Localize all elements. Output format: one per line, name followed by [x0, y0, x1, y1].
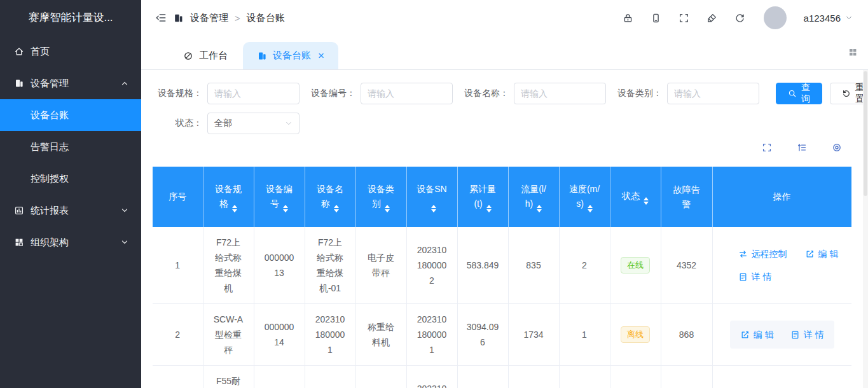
filter-label: 设备编号： — [308, 88, 355, 99]
column-header-status[interactable]: 状态 — [610, 167, 661, 227]
sidebar-subitem-control-auth[interactable]: 控制授权 — [0, 163, 141, 195]
action-edit[interactable]: 编 辑 — [740, 327, 774, 342]
sort-icon[interactable] — [588, 205, 593, 212]
top-header: 设备管理 > 设备台账 a123456 — [141, 0, 868, 36]
cell-ops: 编 辑详 情 — [712, 304, 851, 366]
cell-ops — [712, 366, 851, 388]
cell-flow: 1734 — [508, 304, 559, 366]
action-remote-control[interactable]: 远程控制 — [738, 246, 787, 261]
cell-spec: SCW-A型检重秤 — [203, 304, 254, 366]
cell-spec: F55耐压式称重给煤机 — [203, 366, 254, 388]
filter-input-name[interactable] — [514, 83, 606, 104]
theme-icon[interactable] — [706, 13, 717, 24]
header-icon-group — [623, 13, 745, 24]
cell-sn: 2023101800001 — [406, 304, 457, 366]
sidebar-item-home[interactable]: 首页 — [0, 36, 141, 67]
cell-speed — [559, 366, 610, 388]
chevron-down-icon — [120, 205, 130, 216]
sort-icon[interactable] — [334, 205, 339, 212]
column-header-flow[interactable]: 流量(l/h) — [508, 167, 559, 227]
search-button[interactable]: 查 询 — [776, 83, 822, 104]
filter-input-spec[interactable] — [207, 83, 300, 104]
reset-button[interactable]: 重 置 — [830, 83, 868, 104]
sort-icon[interactable] — [385, 205, 390, 212]
table-row: 2SCW-A型检重秤000000142023101800001称重给料机2023… — [153, 304, 851, 366]
mobile-icon[interactable] — [651, 13, 661, 24]
org-icon — [14, 237, 24, 247]
cell-alarm: 868 — [661, 304, 712, 366]
filter-spec: 设备规格： — [155, 83, 300, 104]
app-title: 赛摩智能计量设... — [0, 0, 141, 36]
grid-icon[interactable] — [848, 47, 858, 57]
sort-icon[interactable] — [283, 205, 288, 212]
sidebar-item-org-structure[interactable]: 组织架构 — [0, 226, 141, 258]
column-label: 设备类别 — [368, 184, 394, 209]
column-header-code[interactable]: 设备编号 — [254, 167, 305, 227]
filter-name: 设备名称： — [462, 83, 606, 104]
cell-code: 00000014 — [254, 304, 305, 366]
filter-label: 设备类别： — [615, 88, 662, 99]
cell-alarm: 4352 — [661, 227, 712, 304]
building-icon — [14, 78, 24, 88]
building-icon — [173, 13, 184, 24]
avatar[interactable] — [764, 6, 787, 29]
sidebar-subitem-alarm-log[interactable]: 告警日志 — [0, 131, 141, 163]
action-detail[interactable]: 详 情 — [738, 269, 772, 284]
column-header-spec[interactable]: 设备规格 — [203, 167, 254, 227]
cell-total: 5048.6 — [457, 366, 508, 388]
tab-label: 设备台账 — [273, 50, 311, 62]
caret-down-icon — [285, 120, 293, 127]
filter-category: 设备类别： — [615, 83, 759, 104]
sort-icon[interactable] — [644, 197, 649, 205]
status-select[interactable]: 全部 — [207, 113, 300, 134]
sort-icon[interactable] — [431, 205, 436, 212]
tabs: 工作台设备台账× — [169, 42, 338, 69]
cell-name: 2023101800001 — [305, 304, 355, 366]
tab-device-ledger[interactable]: 设备台账× — [243, 42, 338, 69]
refresh-icon[interactable] — [734, 13, 745, 24]
sort-icon[interactable] — [232, 205, 237, 212]
filter-code: 设备编号： — [308, 83, 453, 104]
column-header-sn[interactable]: 设备SN — [406, 167, 457, 227]
table-fullscreen-icon[interactable] — [762, 142, 772, 153]
sort-icon[interactable] — [537, 205, 542, 212]
cell-total: 3094.096 — [457, 304, 508, 366]
sidebar-item-stats-report[interactable]: 统计报表 — [0, 195, 141, 226]
column-label: 状态 — [622, 191, 640, 201]
edit-icon — [740, 330, 750, 340]
scrollbar-thumb[interactable] — [864, 71, 867, 196]
table-settings-icon[interactable] — [832, 142, 842, 153]
filter-input-category[interactable] — [667, 83, 759, 104]
column-header-speed[interactable]: 速度(m/s) — [559, 167, 610, 227]
breadcrumb-item[interactable]: 设备管理 — [190, 12, 228, 24]
column-header-category[interactable]: 设备类别 — [355, 167, 406, 227]
action-edit[interactable]: 编 辑 — [805, 246, 839, 261]
tab-workbench[interactable]: 工作台 — [169, 42, 242, 69]
cell-name: d-111 — [305, 366, 355, 388]
filter-label: 状态： — [155, 118, 202, 129]
column-header-total[interactable]: 累计量(t) — [457, 167, 508, 227]
action-detail[interactable]: 详 情 — [790, 327, 824, 342]
filter-input-code[interactable] — [361, 83, 453, 104]
filter-label: 设备名称： — [462, 88, 509, 99]
table-header-row: 序号设备规格设备编号设备名称设备类别设备SN累计量(t)流量(l/h)速度(m/… — [153, 167, 851, 227]
table-columns-icon[interactable] — [797, 142, 807, 153]
filter-status: 状态： 全部 — [155, 113, 300, 134]
collapse-sidebar-icon[interactable] — [155, 12, 167, 24]
main-area: 设备管理 > 设备台账 a123456 工作台设备台账× 设备规格：设备编号：设… — [141, 0, 868, 388]
lock-icon[interactable] — [623, 13, 633, 24]
tab-close-icon[interactable]: × — [318, 50, 324, 61]
sidebar-item-device-mgmt[interactable]: 设备管理 — [0, 67, 141, 99]
user-menu[interactable]: a123456 — [804, 13, 853, 24]
cell-sn: 2023101800003 — [406, 366, 457, 388]
scrollbar-track[interactable] — [863, 70, 868, 388]
sort-icon[interactable] — [486, 205, 492, 212]
column-label: 设备编号 — [266, 184, 293, 209]
sidebar-subitem-device-ledger[interactable]: 设备台账 — [0, 99, 141, 131]
column-header-name[interactable]: 设备名称 — [305, 167, 355, 227]
cell-ops: 远程控制编 辑详 情 — [712, 227, 851, 304]
remote-icon — [738, 249, 748, 259]
fullscreen-icon[interactable] — [679, 13, 689, 24]
cell-sn: 2023101800002 — [406, 227, 457, 304]
column-label: 速度(m/s) — [569, 184, 600, 209]
